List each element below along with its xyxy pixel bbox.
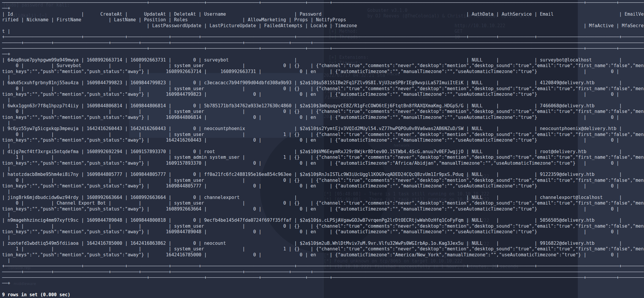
- terminal-line: | hatotzdacb8mbe95hm4ei8i7ny | 160984480…: [2, 172, 644, 177]
- terminal-line: ───────+──────────+────────────────────+…: [2, 40, 644, 46]
- terminal-line: |: [2, 235, 644, 240]
- terminal-line: | 9c6yz55yw7g5icgxkqp3mpeuja | 164241626…: [2, 126, 644, 132]
- terminal-line: 0 | | | | | system_user | 1 | {} | {"cha…: [2, 132, 644, 137]
- terminal-line: rified | Nickname | FirstName | LastName…: [2, 17, 644, 23]
- terminal-line: t |: [2, 29, 644, 34]
- terminal-line: tion_keys":"","push":"mention","push_sta…: [2, 229, 644, 235]
- terminal-line: tion_keys":"","push":"mention","push_sta…: [2, 252, 644, 258]
- terminal-line: tion_keys":"","push":"mention","push_sta…: [2, 183, 644, 189]
- terminal-line: | dijg7mcf4tf3xrgxi5ntqdefma | 160899269…: [2, 149, 644, 155]
- terminal-line: ───────+──────────+────────────────────+…: [2, 269, 644, 275]
- terminal-line: | Id | CreateAt | UpdateAt | DeleteAt | …: [2, 12, 644, 17]
- terminal-line: tion_keys":"","push":"mention","push_sta…: [2, 161, 644, 166]
- terminal-line: | n9magehhzincig4mm97xyft9sc | 160984478…: [2, 218, 644, 223]
- terminal-line: tion_keys":"","push":"mention","push_sta…: [2, 206, 644, 212]
- terminal-line: 1 | | | | | system_user | 0 | {} | {"cha…: [2, 224, 644, 229]
- terminal-line: | 6akd5cxuhfgrbny81nj55au4za | 160984479…: [2, 80, 644, 86]
- terminal-line: ────────────────────────────────────────…: [2, 0, 644, 6]
- terminal-line: |: [2, 189, 644, 195]
- terminal-line: ──+: [2, 51, 644, 57]
- screen: { "terminal": { "background_color": "#27…: [0, 0, 644, 298]
- terminal-line: 0 | | | | | system_user | 0 | {} | {"cha…: [2, 86, 644, 92]
- terminal-line: | 6wkx1ggn63r7f8q1hpzp7t4iiy | 160984480…: [2, 103, 644, 109]
- terminal-line: 0 | | Surveybot | | | system_user | 0 | …: [2, 63, 644, 69]
- terminal-line: | LastPasswordUpdate | LastPictureUpdate…: [2, 23, 644, 29]
- terminal-line: 0 | | | | | system_user | 0 | {} | {"cha…: [2, 178, 644, 183]
- terminal-line: tion_keys":"","push":"mention","push_sta…: [2, 69, 644, 74]
- terminal-line: [2, 286, 644, 292]
- terminal-line: |: [2, 74, 644, 80]
- terminal-line: 1 | | | | | system_admin system_user | 1…: [2, 155, 644, 160]
- terminal-output: ────────────────────────────────────────…: [2, 0, 644, 298]
- terminal-line: | 64nq8nue7pyhpgwm99a949mwya | 160899266…: [2, 57, 644, 63]
- status-line: 9 rows in set (0.000 sec): [2, 292, 644, 298]
- terminal-line: |: [2, 212, 644, 218]
- terminal-line: | zuotefd1wbdtiq549m5fdiiaoa | 164241678…: [2, 241, 644, 246]
- terminal-line: tion_keys":"","push":"mention","push_sta…: [2, 137, 644, 143]
- terminal-line: ──+: [2, 6, 644, 11]
- terminal-line: |: [2, 120, 644, 126]
- terminal-line: ────────────────────────────────────────…: [2, 46, 644, 51]
- terminal-line: ──+: [2, 281, 644, 286]
- terminal-line: +────────────────────────────+──────────…: [2, 34, 644, 40]
- terminal-line: |: [2, 143, 644, 149]
- terminal-line: ────────────────────────────────────────…: [2, 275, 644, 281]
- terminal-line: tion_keys":"","push":"mention","push_sta…: [2, 92, 644, 97]
- terminal-line: 0 | | Channel Export Bot | | | system_us…: [2, 200, 644, 206]
- terminal-line: +────────────────────────────+──────────…: [2, 263, 644, 269]
- terminal-line: tion_keys":"","push":"mention","push_sta…: [2, 115, 644, 120]
- terminal-line: |: [2, 97, 644, 103]
- terminal-line: | jing8rk6mjdbudcidw6wz94rdy | 160899266…: [2, 195, 644, 200]
- terminal-line: |: [2, 258, 644, 263]
- terminal-line: 0 | | | | | system_user | 0 | {} | {"cha…: [2, 109, 644, 114]
- terminal-line: 1 | | | | | system_user | 1 | {} | {"cha…: [2, 246, 644, 252]
- terminal-line: |: [2, 166, 644, 172]
